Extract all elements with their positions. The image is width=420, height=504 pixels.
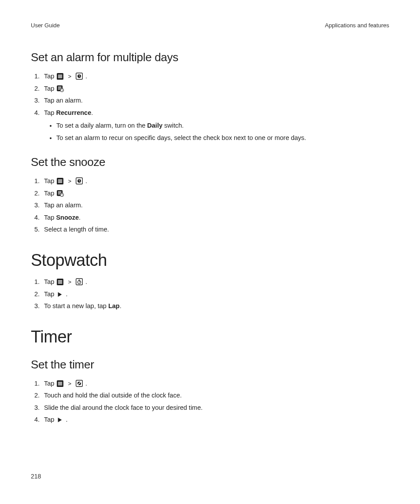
heading-set-alarm-multi: Set an alarm for multiple days [31, 51, 389, 64]
text-tap: Tap [44, 380, 54, 387]
alarm-list-icon [57, 85, 64, 92]
heading-stopwatch: Stopwatch [31, 251, 389, 270]
play-icon [57, 291, 63, 298]
steps-snooze: Tap > . Tap Tap an alarm. Tap Snooze. Se… [31, 175, 389, 236]
page: User Guide Applications and features Set… [0, 0, 420, 504]
separator: > [68, 178, 71, 184]
text: Tap [44, 109, 56, 116]
period: . [85, 278, 87, 285]
text: To start a new lap, tap [44, 302, 108, 309]
timer-icon [76, 380, 83, 387]
menu-icon [57, 73, 63, 80]
text: Tap [44, 214, 56, 221]
header-left: User Guide [31, 22, 60, 29]
page-number: 218 [31, 473, 41, 480]
period: . [66, 291, 67, 298]
period: . [85, 380, 87, 387]
text: switch. [162, 122, 184, 129]
period: . [85, 73, 87, 80]
step: Tap an alarm. [41, 95, 389, 107]
text-tap: Tap [44, 416, 54, 423]
alarm-clock-icon [76, 177, 83, 184]
step: Touch and hold the dial outside of the c… [41, 390, 389, 402]
separator: > [68, 279, 71, 285]
text-tap: Tap [44, 85, 54, 92]
bold-recurrence: Recurrence [56, 109, 91, 116]
menu-icon [57, 178, 63, 184]
steps-stopwatch: Tap > . Tap . To start a new lap, tap La… [31, 276, 389, 313]
menu-icon [57, 380, 63, 387]
step: Select a length of time. [41, 224, 389, 236]
step: Tap . [41, 414, 389, 426]
text: . [120, 302, 122, 309]
alarm-list-icon [57, 190, 64, 197]
step: Tap Recurrence. To set a daily alarm, tu… [41, 107, 389, 144]
bullet: To set a daily alarm, turn on the Daily … [56, 120, 389, 132]
heading-set-timer: Set the timer [31, 358, 389, 372]
alarm-clock-icon [76, 73, 83, 80]
page-header: User Guide Applications and features [31, 22, 389, 29]
text-tap: Tap [44, 190, 54, 197]
step: To start a new lap, tap Lap. [41, 300, 389, 313]
step: Tap Snooze. [41, 212, 389, 224]
steps-alarm-multi: Tap > . Tap Tap an alarm. Tap Recurrence… [31, 70, 389, 144]
separator: > [68, 73, 71, 80]
bold-snooze: Snooze [56, 214, 79, 221]
text: . [91, 109, 93, 116]
period: . [85, 177, 87, 184]
text-tap: Tap [44, 73, 54, 80]
steps-timer: Tap > . Touch and hold the dial outside … [31, 378, 389, 426]
step: Tap [41, 188, 389, 200]
step: Tap > . [41, 70, 389, 83]
text-tap: Tap [44, 291, 54, 298]
bold-lap: Lap [108, 302, 120, 309]
menu-icon [57, 279, 63, 285]
bullet: To set an alarm to recur on specific day… [56, 132, 389, 144]
step: Tap > . [41, 175, 389, 188]
text-tap: Tap [44, 278, 54, 285]
bold-daily: Daily [147, 122, 162, 129]
play-icon [57, 417, 63, 423]
text: To set a daily alarm, turn on the [56, 122, 147, 129]
separator: > [68, 380, 71, 387]
heading-timer: Timer [31, 327, 389, 346]
text: . [79, 214, 81, 221]
step: Tap > . [41, 276, 389, 288]
period: . [66, 416, 67, 423]
header-right: Applications and features [325, 22, 389, 29]
step: Slide the dial around the clock face to … [41, 402, 389, 414]
step: Tap [41, 83, 389, 95]
stopwatch-icon [76, 278, 83, 285]
step: Tap an alarm. [41, 199, 389, 212]
heading-set-snooze: Set the snooze [31, 155, 389, 169]
step: Tap > . [41, 378, 389, 390]
text-tap: Tap [44, 177, 54, 184]
step: Tap . [41, 288, 389, 301]
sub-bullets: To set a daily alarm, turn on the Daily … [44, 120, 389, 144]
